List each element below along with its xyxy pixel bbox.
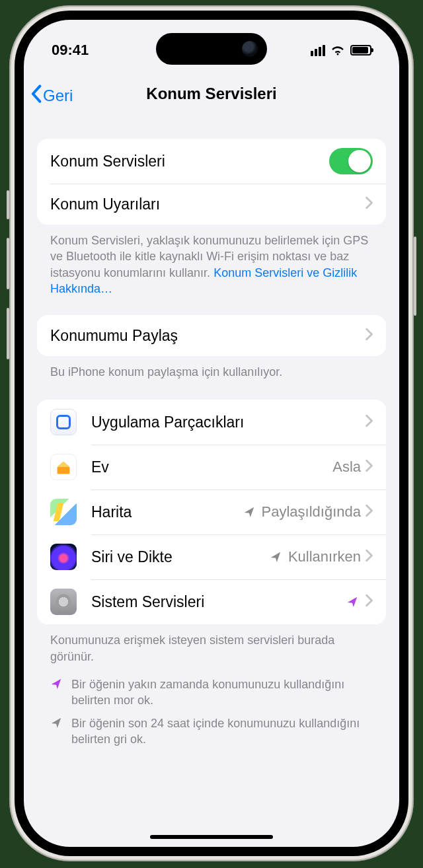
row-label: Konum Servisleri xyxy=(50,153,329,170)
chevron-right-icon xyxy=(365,327,373,345)
home-indicator xyxy=(150,835,273,839)
location-services-description: Konum Servisleri, yaklaşık konumunuzu be… xyxy=(37,225,386,297)
app-row[interactable]: HaritaPaylaşıldığında xyxy=(37,489,386,534)
back-button[interactable]: Geri xyxy=(30,85,73,107)
app-name: Uygulama Parçacıkları xyxy=(91,414,365,431)
battery-icon xyxy=(350,45,371,55)
row-label: Konumumu Paylaş xyxy=(50,327,365,345)
widgets-icon xyxy=(50,409,77,435)
siri-icon xyxy=(50,544,77,570)
chevron-right-icon xyxy=(365,196,373,213)
apps-group: Uygulama ParçacıklarıEvAslaHaritaPaylaşı… xyxy=(37,400,386,624)
chevron-right-icon xyxy=(365,548,373,566)
app-row[interactable]: EvAsla xyxy=(37,445,386,489)
location-arrow-purple-icon xyxy=(346,596,358,608)
legend: Bir öğenin yakın zamanda konumunuzu kull… xyxy=(37,676,386,747)
app-row[interactable]: Siri ve DikteKullanırken xyxy=(37,534,386,579)
chevron-right-icon xyxy=(365,503,373,521)
settings-icon xyxy=(50,589,77,615)
chevron-right-icon xyxy=(365,458,373,476)
row-detail: Paylaşıldığında xyxy=(262,503,361,521)
status-time: 09:41 xyxy=(52,42,89,59)
app-name: Sistem Servisleri xyxy=(91,593,346,611)
app-row[interactable]: Sistem Servisleri xyxy=(37,579,386,624)
wifi-icon xyxy=(330,45,345,55)
page-title: Konum Servisleri xyxy=(24,85,399,103)
app-row[interactable]: Uygulama Parçacıkları xyxy=(37,400,386,445)
row-detail: Kullanırken xyxy=(288,548,361,565)
share-my-location-row[interactable]: Konumumu Paylaş xyxy=(37,315,386,356)
app-name: Siri ve Dikte xyxy=(91,548,270,566)
legend-text: Bir öğenin yakın zamanda konumunuzu kull… xyxy=(71,676,373,709)
home-icon xyxy=(50,454,77,480)
toggle-switch[interactable] xyxy=(329,148,373,174)
legend-text: Bir öğenin son 24 saat içinde konumunuzu… xyxy=(71,715,373,748)
maps-icon xyxy=(50,499,77,525)
location-alerts-row[interactable]: Konum Uyarıları xyxy=(37,184,386,225)
location-arrow-purple-icon xyxy=(50,678,62,709)
app-name: Harita xyxy=(91,503,243,521)
location-services-group: Konum Servisleri Konum Uyarıları xyxy=(37,139,386,225)
row-label: Konum Uyarıları xyxy=(50,196,365,213)
share-location-group: Konumumu Paylaş xyxy=(37,315,386,356)
location-arrow-gray-icon xyxy=(50,717,62,748)
chevron-right-icon xyxy=(365,593,373,611)
location-arrow-gray-icon xyxy=(243,506,255,518)
phone-frame: 09:41 Geri Konu xyxy=(9,5,414,861)
cellular-icon xyxy=(311,45,325,56)
apps-footer: Konumunuza erişmek isteyen sistem servis… xyxy=(37,624,386,665)
dynamic-island xyxy=(156,33,267,65)
row-detail: Asla xyxy=(332,458,361,476)
location-arrow-gray-icon xyxy=(270,551,282,563)
app-name: Ev xyxy=(91,458,332,476)
back-label: Geri xyxy=(43,87,73,105)
location-services-toggle-row[interactable]: Konum Servisleri xyxy=(37,139,386,184)
share-location-footer: Bu iPhone konum paylaşma için kullanılıy… xyxy=(37,356,386,380)
chevron-right-icon xyxy=(365,414,373,431)
chevron-left-icon xyxy=(30,85,42,107)
